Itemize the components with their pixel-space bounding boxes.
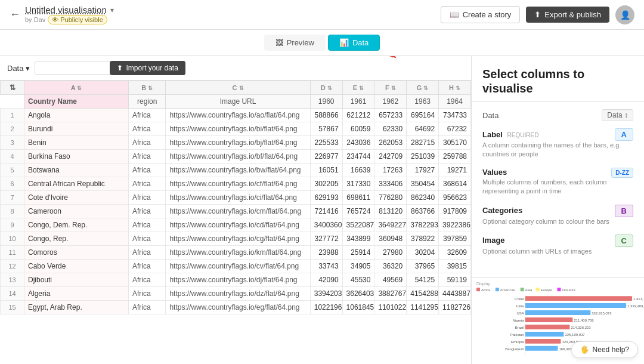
visualisation-title[interactable]: Untitled visualisation: [25, 5, 107, 15]
num-1960-cell: 3394203: [310, 287, 342, 301]
svg-text:Pakistan: Pakistan: [510, 333, 524, 337]
need-help-button[interactable]: 🖐 Need help?: [571, 341, 638, 358]
title-dropdown-icon[interactable]: ▾: [110, 6, 114, 14]
image-section-title: Image: [482, 236, 505, 245]
num-1964-cell: 397859: [439, 232, 471, 246]
row-number: 14: [1, 287, 24, 301]
top-bar: ← Untitled visualisation ▾ by Dav 👁 Publ…: [0, 0, 644, 30]
url-cell: https://www.countryflags.io/bj/flat/64.p…: [166, 136, 310, 150]
num-1961-cell: 3522087: [342, 218, 374, 232]
svg-text:USA: USA: [516, 311, 524, 315]
num-1964-cell: 259788: [439, 150, 471, 164]
values-col-tag[interactable]: D-ZZ: [611, 168, 633, 178]
image-section-desc: Optional column with URLs of images: [482, 247, 633, 256]
num-1960-cell: 42090: [310, 273, 342, 287]
url-cell: https://www.countryflags.io/cv/flat/64.p…: [166, 260, 310, 273]
data-table: ⇅ A ⇅ B ⇅ C ⇅ D ⇅ E ⇅ F ⇅ G ⇅ H ⇅ Countr…: [0, 81, 471, 314]
num-1963-cell: 4154288: [407, 287, 439, 301]
tab-preview[interactable]: 🖼 Preview: [264, 35, 326, 51]
create-story-button[interactable]: 📖 Create a story: [441, 6, 521, 23]
row-number: 6: [1, 177, 24, 191]
country-name-cell: Algeria: [24, 287, 129, 301]
svg-rect-10: [558, 288, 561, 291]
svg-rect-12: [525, 296, 632, 301]
region-cell: Africa: [129, 122, 166, 136]
num-1963-cell: 251039: [407, 150, 439, 164]
col-name-1960: 1960: [310, 95, 342, 109]
url-cell: https://www.countryflags.io/cf/flat/64.p…: [166, 177, 310, 191]
region-cell: Africa: [129, 177, 166, 191]
public-badge[interactable]: 👁 Publicly visible: [48, 15, 107, 24]
data-row-header: Data Data ↕: [482, 109, 633, 121]
eye-icon: 👁: [52, 16, 58, 23]
num-1962-cell: 49569: [374, 273, 407, 287]
table-row: 5 Botswana Africa https://www.countryfla…: [1, 164, 471, 177]
categories-col-tag[interactable]: B: [615, 205, 633, 217]
num-1962-cell: 17263: [374, 164, 407, 177]
url-cell: https://www.countryflags.io/cg/flat/64.p…: [166, 232, 310, 246]
num-1964-cell: 3922386: [439, 218, 471, 232]
col-header-a[interactable]: A ⇅: [24, 81, 129, 95]
label-section-desc: A column containing the names of the bar…: [482, 141, 633, 159]
row-number: 11: [1, 246, 24, 260]
col-name-1963: 1963: [407, 95, 439, 109]
table-row: 1 Angola Africa https://www.countryflags…: [1, 109, 471, 122]
region-cell: Africa: [129, 273, 166, 287]
num-1961-cell: 317330: [342, 177, 374, 191]
num-1960-cell: 327772: [310, 232, 342, 246]
export-button[interactable]: ⬆ Export & publish: [526, 7, 609, 23]
table-body: 1 Angola Africa https://www.countryflags…: [1, 109, 471, 314]
sort-icon-header[interactable]: ⇅: [1, 81, 24, 95]
num-1964-cell: 67232: [439, 122, 471, 136]
back-button[interactable]: ←: [10, 8, 20, 21]
top-bar-right: 📖 Create a story ⬆ Export & publish 👤: [441, 5, 634, 24]
url-cell: https://www.countryflags.io/bi/flat/64.p…: [166, 122, 310, 136]
num-1961-cell: 243036: [342, 136, 374, 150]
region-cell: Africa: [129, 205, 166, 218]
svg-text:214,326,223: 214,326,223: [571, 326, 591, 329]
num-1963-cell: 54125: [407, 273, 439, 287]
row-number: 7: [1, 191, 24, 205]
col-header-f[interactable]: F ⇅: [374, 81, 407, 95]
num-1960-cell: 226977: [310, 150, 342, 164]
categories-section-title: Categories: [482, 206, 522, 215]
svg-text:332,915,073: 332,915,073: [592, 311, 612, 315]
import-icon: ⬆: [117, 64, 123, 72]
label-required-badge: REQUIRED: [507, 132, 539, 138]
num-1964-cell: 19271: [439, 164, 471, 177]
search-input[interactable]: [35, 61, 112, 75]
num-1961-cell: 34905: [342, 260, 374, 273]
col-header-e[interactable]: E ⇅: [342, 81, 374, 95]
row-number: 4: [1, 150, 24, 164]
image-section: Image C Optional column with URLs of ima…: [482, 235, 633, 256]
col-name-imageurl: Image URL: [166, 95, 310, 109]
country-name-cell: Djibouti: [24, 273, 129, 287]
col-header-c[interactable]: C ⇅: [166, 81, 310, 95]
svg-text:Oceania: Oceania: [562, 288, 575, 292]
data-sort-button[interactable]: Data ↕: [602, 109, 633, 121]
avatar[interactable]: 👤: [615, 5, 634, 24]
col-header-d[interactable]: D ⇅: [310, 81, 342, 95]
country-name-cell: Benin: [24, 136, 129, 150]
table-wrapper[interactable]: ⇅ A ⇅ B ⇅ C ⇅ D ⇅ E ⇅ F ⇅ G ⇅ H ⇅ Countr…: [0, 81, 471, 364]
num-1960-cell: 10221967: [310, 301, 342, 314]
num-1964-cell: 4443887: [439, 287, 471, 301]
label-col-tag[interactable]: A: [615, 128, 633, 141]
row-number: 8: [1, 205, 24, 218]
col-header-g[interactable]: G ⇅: [407, 81, 439, 95]
col-header-h[interactable]: H ⇅: [439, 81, 471, 95]
tab-data[interactable]: 📊 Data: [328, 35, 380, 51]
label-section: Label REQUIRED A A column containing the…: [482, 128, 633, 159]
image-col-tag[interactable]: C: [615, 235, 633, 247]
data-dropdown[interactable]: Data ▾: [7, 64, 30, 73]
col-header-b[interactable]: B ⇅: [129, 81, 166, 95]
svg-text:China: China: [515, 297, 524, 301]
main-area: Data ▾ ⬆ Import your data: [0, 56, 644, 364]
story-icon: 📖: [450, 10, 459, 19]
num-1961-cell: 621212: [342, 109, 374, 122]
values-section: Values D-ZZ Multiple columns of numbers,…: [482, 168, 633, 196]
col-name-1964: 1964: [439, 95, 471, 109]
num-1960-cell: 629193: [310, 191, 342, 205]
import-button[interactable]: ⬆ Import your data: [110, 61, 185, 75]
table-row: 11 Comoros Africa https://www.countryfla…: [1, 246, 471, 260]
